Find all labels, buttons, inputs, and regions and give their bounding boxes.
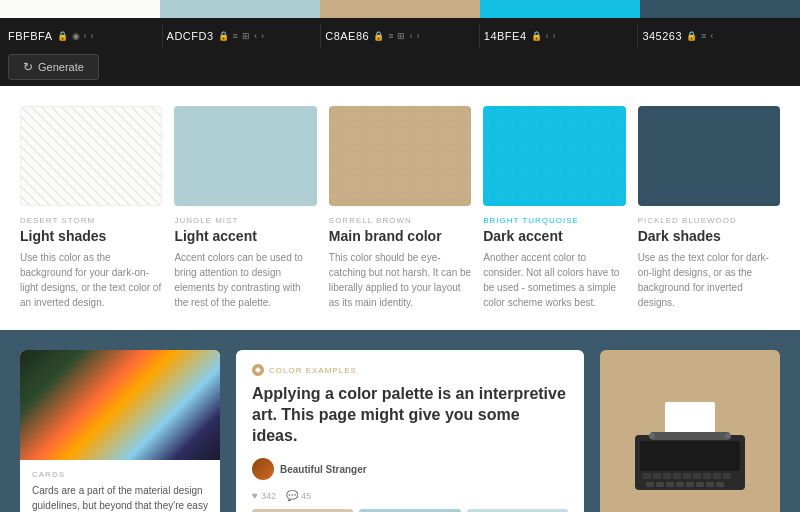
svg-rect-13	[646, 482, 654, 487]
examples-title: Applying a color palette is an interpret…	[252, 384, 568, 446]
palette-title-4: Dark accent	[483, 228, 625, 244]
arrow-left-5[interactable]: ‹	[710, 31, 713, 41]
refresh-icon: ↻	[23, 60, 33, 74]
svg-rect-6	[663, 473, 671, 479]
svg-rect-5	[653, 473, 661, 479]
swatch-pattern-1	[21, 107, 161, 205]
swatch-pattern-2	[174, 106, 316, 206]
lock-icon-4[interactable]: 🔒	[531, 31, 542, 41]
palette-card-4: BRIGHT TURQUOISE Dark accent Another acc…	[483, 106, 625, 310]
menu-icon-3[interactable]: ≡	[388, 31, 393, 41]
menu-icon-2[interactable]: ≡	[233, 31, 238, 41]
color-icons-1: 🔒 ◉ ‹ ›	[57, 31, 94, 41]
palette-subtitle-1: DESERT STORM	[20, 216, 162, 225]
palette-subtitle-2: JUNGLE MIST	[174, 216, 316, 225]
svg-rect-17	[686, 482, 694, 487]
svg-point-23	[725, 433, 731, 439]
arrow-left-2[interactable]: ‹	[254, 31, 257, 41]
palette-desc-2: Accent colors can be used to bring atten…	[174, 250, 316, 310]
color-control-5: 345263 🔒 ≡ ‹	[642, 30, 792, 42]
generate-area: ↻ Generate	[0, 54, 800, 86]
comments-stat: 💬 45	[286, 490, 311, 501]
lock-icon-5[interactable]: 🔒	[686, 31, 697, 41]
svg-rect-8	[683, 473, 691, 479]
examples-card: COLOR EXAMPLES Applying a color palette …	[236, 350, 584, 512]
comments-count: 45	[301, 491, 311, 501]
lock-icon-2[interactable]: 🔒	[218, 31, 229, 41]
menu-icon-5[interactable]: ≡	[701, 31, 706, 41]
hex-value-3: C8AE86	[325, 30, 369, 42]
arrow-left-4[interactable]: ‹	[546, 31, 549, 41]
color-control-3: C8AE86 🔒 ≡ ⊞ ‹ ›	[325, 30, 475, 42]
svg-rect-1	[665, 402, 715, 437]
svg-rect-14	[656, 482, 664, 487]
svg-marker-0	[255, 367, 261, 373]
svg-rect-10	[703, 473, 711, 479]
svg-rect-9	[693, 473, 701, 479]
user-avatar	[252, 458, 274, 480]
svg-rect-4	[643, 473, 651, 479]
arrow-left-1[interactable]: ‹	[84, 31, 87, 41]
arrow-right-4[interactable]: ›	[553, 31, 556, 41]
svg-rect-12	[723, 473, 731, 479]
swatch-1	[20, 106, 162, 206]
hex-value-1: FBFBFA	[8, 30, 53, 42]
diamond-icon	[252, 364, 264, 376]
eye-icon-1[interactable]: ◉	[72, 31, 80, 41]
card-preview: CARDS Cards are a part of the material d…	[20, 350, 220, 512]
color-bar	[0, 0, 800, 18]
color-bar-3	[320, 0, 480, 18]
likes-stat: ♥ 342	[252, 490, 276, 501]
arrow-right-3[interactable]: ›	[416, 31, 419, 41]
svg-rect-19	[706, 482, 714, 487]
color-control-4: 14BFE4 🔒 ‹ ›	[484, 30, 634, 42]
color-control-1: FBFBFA 🔒 ◉ ‹ ›	[8, 30, 158, 42]
color-icons-2: 🔒 ≡ ⊞ ‹ ›	[218, 31, 264, 41]
color-bar-2	[160, 0, 320, 18]
comment-icon: 💬	[286, 490, 298, 501]
svg-rect-11	[713, 473, 721, 479]
svg-rect-18	[696, 482, 704, 487]
palette-subtitle-4: BRIGHT TURQUOISE	[483, 216, 625, 225]
palette-desc-4: Another accent color to consider. Not al…	[483, 250, 625, 310]
palette-subtitle-3: SORRELL BROWN	[329, 216, 471, 225]
svg-rect-3	[640, 441, 740, 471]
palette-card-5: PICKLED BLUEWOOD Dark shades Use as the …	[638, 106, 780, 310]
swatch-4	[483, 106, 625, 206]
lock-icon-1[interactable]: 🔒	[57, 31, 68, 41]
palette-section: DESERT STORM Light shades Use this color…	[0, 86, 800, 330]
color-bar-4	[480, 0, 640, 18]
card-label: CARDS	[32, 470, 208, 479]
divider-4	[637, 24, 638, 48]
arrow-right-1[interactable]: ›	[91, 31, 94, 41]
generate-label: Generate	[38, 61, 84, 73]
palette-subtitle-5: PICKLED BLUEWOOD	[638, 216, 780, 225]
color-bar-5	[640, 0, 800, 18]
palette-desc-3: This color should be eye-catching but no…	[329, 250, 471, 310]
lock-icon-3[interactable]: 🔒	[373, 31, 384, 41]
bottom-section: CARDS Cards are a part of the material d…	[0, 330, 800, 512]
divider-1	[162, 24, 163, 48]
hex-value-4: 14BFE4	[484, 30, 527, 42]
palette-title-5: Dark shades	[638, 228, 780, 244]
grid-icon-2[interactable]: ⊞	[242, 31, 250, 41]
palette-title-3: Main brand color	[329, 228, 471, 244]
card-body: CARDS Cards are a part of the material d…	[20, 460, 220, 512]
palette-card-1: DESERT STORM Light shades Use this color…	[20, 106, 162, 310]
heart-icon: ♥	[252, 490, 258, 501]
hex-value-5: 345263	[642, 30, 682, 42]
examples-stats: ♥ 342 💬 45	[252, 490, 568, 501]
generate-button[interactable]: ↻ Generate	[8, 54, 99, 80]
divider-2	[320, 24, 321, 48]
svg-rect-16	[676, 482, 684, 487]
typewriter-card	[600, 350, 780, 512]
color-icons-4: 🔒 ‹ ›	[531, 31, 556, 41]
palette-desc-5: Use as the text color for dark-on-light …	[638, 250, 780, 310]
grid-icon-3[interactable]: ⊞	[397, 31, 405, 41]
svg-rect-7	[673, 473, 681, 479]
color-controls-bar: FBFBFA 🔒 ◉ ‹ › ADCFD3 🔒 ≡ ⊞ ‹ › C8AE86 🔒…	[0, 18, 800, 54]
arrow-right-2[interactable]: ›	[261, 31, 264, 41]
svg-rect-20	[716, 482, 724, 487]
typewriter-svg	[610, 392, 770, 512]
arrow-left-3[interactable]: ‹	[409, 31, 412, 41]
